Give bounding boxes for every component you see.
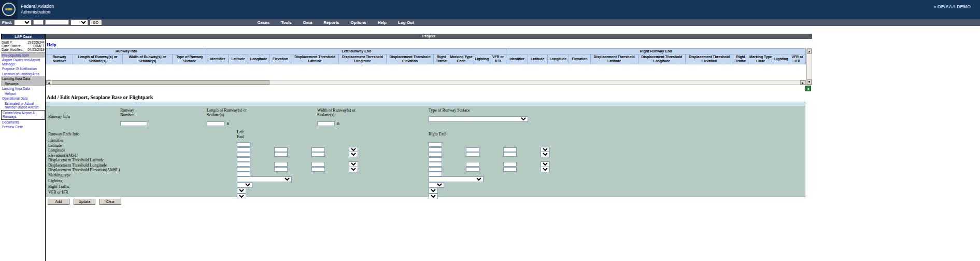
runway-length-label: Length of Runway(s) or Sealane(s) — [207, 108, 259, 118]
right-vfr-ifr-select[interactable] — [429, 194, 438, 199]
scroll-down-arrow[interactable]: ▼ — [807, 79, 812, 85]
runway-number-input[interactable] — [120, 121, 147, 126]
table-empty-row — [46, 64, 806, 79]
menu-item-cases[interactable]: Cases — [258, 20, 270, 25]
vertical-scrollbar[interactable]: ▲ ▼ — [806, 48, 812, 85]
vfr-ifr-label: VFR or IFR — [48, 190, 68, 195]
sidebar-item-documents[interactable]: Documents — [1, 120, 45, 125]
th-left-latitude: Latitude — [229, 54, 248, 64]
date-modified-value: 04/25/2019 — [27, 48, 45, 51]
case-status-label: Case Status: — [2, 44, 21, 48]
dt-elevation-row: Displacement Threshold Elevation(AMSL) — [46, 168, 805, 173]
scroll-left-arrow[interactable]: ◄ — [46, 80, 51, 85]
th-left-dt-elevation: Displacement Threshold Elevation — [386, 54, 434, 64]
sidebar-meta: Draft #:291556344 Case Status:DRAFT Date… — [1, 39, 45, 53]
find-scope-select[interactable] — [70, 20, 88, 25]
th-surface: Type of Runway Surface — [172, 54, 207, 64]
scroll-right-arrow[interactable]: ► — [800, 80, 805, 85]
marking-type-row: Marking type — [46, 173, 805, 179]
main-panel: Project Help Runway Info Left Runway End — [46, 34, 812, 261]
th-right-dt-longitude: Displacement Threshold Longitude — [638, 54, 686, 64]
menu-item-help[interactable]: Help — [378, 20, 387, 25]
sidebar-item-purpose-of-notification[interactable]: Purpose Of Notification — [1, 66, 45, 71]
runway-length-input[interactable] — [207, 121, 224, 126]
runway-surface-label: Type of Runway Surface — [429, 108, 475, 113]
add-edit-section-title: Add / Edit Airport, Seaplane Base or Fli… — [47, 94, 812, 100]
runway-width-input[interactable] — [317, 121, 335, 126]
scroll-up-arrow[interactable]: ▲ — [807, 49, 812, 54]
sidebar-title: LAP Case — [1, 34, 45, 39]
faa-logo-box — [0, 0, 18, 19]
project-title-bar: Project — [46, 34, 812, 39]
th-width: Width of Runway(s) or Sealane(s) — [123, 54, 173, 64]
th-right-identifier: Identifier — [506, 54, 528, 64]
sidebar-item-landing-area-data-2[interactable]: Landing Area Data — [1, 86, 45, 91]
sidebar-item-airport-owner-manager[interactable]: Airport Owner and Airport Manager — [1, 58, 45, 66]
sidebar-item-runways[interactable]: Runways — [1, 81, 45, 86]
identifier-label: Identifier — [48, 139, 64, 143]
th-left-marking-type: Marking Type Code — [449, 54, 474, 64]
sidebar-item-landing-area-data[interactable]: Landing Area Data — [1, 76, 45, 81]
menu-item-reports[interactable]: Reports — [323, 20, 339, 25]
oeaaa-demo-link[interactable]: » OE/AAA DEMO — [933, 4, 971, 9]
horizontal-scrollbar[interactable]: ◄ ► — [46, 80, 806, 85]
runways-table-region: Runway Info Left Runway End Right Runway… — [46, 48, 812, 85]
right-traffic-row: Right Traffic — [46, 185, 805, 190]
dt-latitude-label: Displacement Threshold Latitude — [48, 158, 104, 163]
find-bar: Find: GO — [2, 20, 102, 25]
find-input-short[interactable] — [33, 20, 44, 25]
runway-width-field: Width of Runway(s) or Sealane(s) ft — [317, 108, 369, 127]
runway-width-label: Width of Runway(s) or Sealane(s) — [317, 108, 369, 118]
runway-surface-select[interactable] — [429, 116, 528, 122]
sidebar-item-heliport[interactable]: Heliport — [1, 91, 45, 96]
top-header: Federal Aviation Administration » OE/AAA… — [0, 0, 980, 19]
excel-export-icon[interactable]: X — [805, 86, 811, 91]
help-link[interactable]: Help — [47, 42, 56, 47]
length-ft-unit: ft — [226, 121, 229, 126]
faa-logo-icon — [2, 3, 16, 16]
runways-table: Runway Info Left Runway End Right Runway… — [46, 48, 806, 79]
horizontal-scroll-thumb[interactable] — [52, 80, 269, 85]
left-vfr-ifr-select[interactable] — [237, 194, 246, 199]
clear-button[interactable]: Clear — [100, 199, 121, 205]
draft-number-label: Draft #: — [2, 40, 12, 44]
update-button[interactable]: Update — [74, 199, 95, 205]
find-go-button[interactable]: GO — [90, 20, 102, 25]
th-runway-number: Runway Number — [46, 54, 73, 64]
menu-bar: Find: GO Cases Tools Data Reports Option… — [0, 19, 980, 26]
runway-surface-field: Type of Runway Surface — [429, 108, 528, 122]
sidebar-item-pre-populate-form[interactable]: Pre-populate form — [1, 53, 45, 58]
dt-latitude-row: Displacement Threshold Latitude — [46, 158, 805, 163]
runway-ends-header: Runway Ends Info Left End Right End — [46, 130, 805, 139]
find-input-long[interactable] — [45, 20, 69, 25]
right-traffic-label: Right Traffic — [48, 185, 69, 189]
menu-item-tools[interactable]: Tools — [281, 20, 292, 25]
agency-line1: Federal Aviation — [21, 4, 54, 9]
elevation-label: Elevation(AMSL) — [48, 154, 78, 158]
runway-number-label: Runway Number — [120, 108, 145, 118]
sidebar-item-based-aircraft[interactable]: Estimated or Actual Number Based Aircraf… — [1, 101, 45, 110]
sidebar-item-preview-case[interactable]: Preview Case — [1, 125, 45, 129]
group-runway-info: Runway Info — [46, 49, 207, 54]
menu-item-data[interactable]: Data — [303, 20, 312, 25]
menu-item-options[interactable]: Options — [350, 20, 366, 25]
find-type-select[interactable] — [14, 20, 32, 25]
sidebar-item-create-view-airport-runways[interactable]: Create/View Airport & Runways — [1, 110, 45, 120]
th-right-elevation: Elevation — [569, 54, 591, 64]
th-left-dt-longitude: Displacement Threshold Longitude — [338, 54, 386, 64]
find-label: Find: — [2, 20, 12, 25]
menu-item-logout[interactable]: Log Out — [398, 20, 414, 25]
th-right-right-traffic: Right Traffic — [733, 54, 748, 64]
elevation-row: Elevation(AMSL) — [46, 154, 805, 159]
dt-longitude-label: Displacement Threshold Longitude — [48, 163, 107, 168]
add-button[interactable]: Add — [48, 199, 69, 205]
sidebar-item-operational-data[interactable]: Operational Data — [1, 96, 45, 101]
sidebar-item-location-of-landing-area[interactable]: Location of Landing Area — [1, 72, 45, 76]
vfr-ifr-row: VFR or IFR — [46, 190, 805, 197]
agency-line2: Administration — [21, 9, 54, 15]
panel-header-strip — [46, 102, 805, 106]
group-right-runway-end: Right Runway End — [506, 49, 806, 54]
runway-info-label: Runway Info — [48, 115, 70, 119]
group-left-runway-end: Left Runway End — [207, 49, 506, 54]
th-right-dt-elevation: Displacement Threshold Elevation — [686, 54, 733, 64]
